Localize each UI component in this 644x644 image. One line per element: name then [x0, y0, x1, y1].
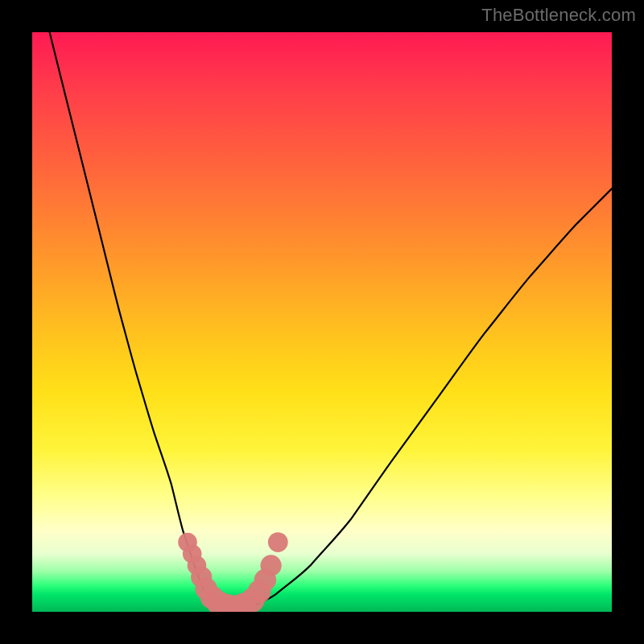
curve-layer: [32, 32, 612, 612]
bottleneck-curve: [50, 32, 612, 609]
marker-dot: [268, 532, 288, 552]
chart-frame: TheBottleneck.com: [0, 0, 644, 644]
watermark-text: TheBottleneck.com: [481, 5, 636, 26]
marker-dot: [261, 555, 282, 576]
plot-area: [32, 32, 612, 612]
curve-markers: [178, 532, 287, 612]
